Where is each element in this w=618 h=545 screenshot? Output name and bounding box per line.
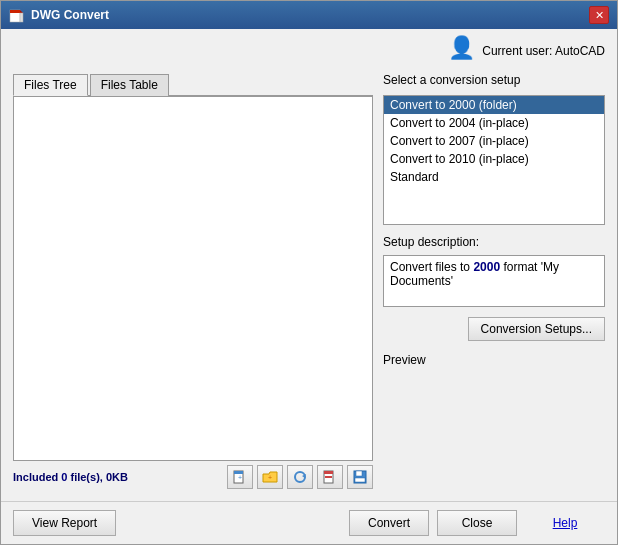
preview-label: Preview — [383, 353, 605, 367]
remove-button[interactable] — [317, 465, 343, 489]
desc-text-highlight: 2000 — [473, 260, 500, 274]
header-row: 👤 Current user: AutoCAD — [13, 37, 605, 65]
conversion-item-4[interactable]: Standard — [384, 168, 604, 186]
svg-rect-1 — [10, 10, 20, 13]
svg-text:+: + — [238, 474, 242, 481]
svg-text:+: + — [268, 474, 272, 481]
save-button[interactable] — [347, 465, 373, 489]
tab-bar: Files Tree Files Table — [13, 73, 373, 96]
add-folder-button[interactable]: + — [257, 465, 283, 489]
files-status: Included 0 file(s), 0KB — [13, 471, 223, 483]
preview-area — [383, 373, 605, 493]
current-user-label: Current user: AutoCAD — [482, 44, 605, 58]
setup-label: Select a conversion setup — [383, 73, 605, 87]
desc-label: Setup description: — [383, 235, 605, 249]
setup-desc-box: Convert files to 2000 format 'My Documen… — [383, 255, 605, 307]
desc-text-prefix: Convert files to — [390, 260, 473, 274]
user-avatar-icon: 👤 — [448, 37, 476, 65]
conversion-item-2[interactable]: Convert to 2007 (in-place) — [384, 132, 604, 150]
close-dialog-button[interactable]: Close — [437, 510, 517, 536]
help-button[interactable]: Help — [525, 511, 605, 535]
main-window: DWG Convert ✕ 👤 Current user: AutoCAD Fi… — [0, 0, 618, 545]
view-report-button[interactable]: View Report — [13, 510, 116, 536]
svg-rect-13 — [356, 471, 362, 476]
svg-rect-14 — [355, 478, 365, 482]
files-area — [13, 96, 373, 461]
window-title: DWG Convert — [31, 8, 589, 22]
close-button[interactable]: ✕ — [589, 6, 609, 24]
left-panel: Files Tree Files Table Included 0 file(s… — [13, 73, 373, 493]
main-content: Files Tree Files Table Included 0 file(s… — [13, 73, 605, 493]
svg-rect-3 — [20, 13, 23, 22]
title-bar: DWG Convert ✕ — [1, 1, 617, 29]
svg-marker-2 — [20, 10, 23, 13]
bottom-bar: View Report Convert Close Help — [1, 501, 617, 544]
tab-files-table[interactable]: Files Table — [90, 74, 169, 96]
conversion-item-0[interactable]: Convert to 2000 (folder) — [384, 96, 604, 114]
tab-files-tree[interactable]: Files Tree — [13, 74, 88, 96]
files-footer: Included 0 file(s), 0KB + + — [13, 461, 373, 493]
conversion-item-1[interactable]: Convert to 2004 (in-place) — [384, 114, 604, 132]
convert-button[interactable]: Convert — [349, 510, 429, 536]
app-icon — [9, 7, 25, 23]
window-body: 👤 Current user: AutoCAD Files Tree Files… — [1, 29, 617, 501]
svg-rect-10 — [324, 471, 333, 474]
conversion-setups-button[interactable]: Conversion Setups... — [468, 317, 605, 341]
right-panel: Select a conversion setup Convert to 200… — [383, 73, 605, 493]
refresh-button[interactable] — [287, 465, 313, 489]
conversion-item-3[interactable]: Convert to 2010 (in-place) — [384, 150, 604, 168]
add-files-button[interactable]: + — [227, 465, 253, 489]
conversion-list: Convert to 2000 (folder) Convert to 2004… — [383, 95, 605, 225]
